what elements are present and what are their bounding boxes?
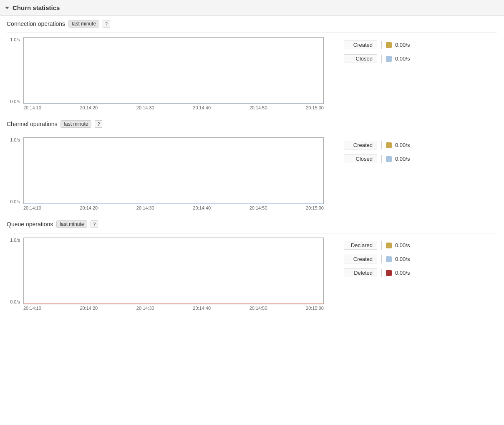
chart-wrapper-channel: 1.0/s0.0/s20:14:1020:14:2020:14:3020:14:… bbox=[7, 137, 324, 210]
x-label: 20:15:00 bbox=[306, 105, 324, 110]
x-label: 20:14:40 bbox=[193, 306, 211, 311]
help-button-queue[interactable]: ? bbox=[91, 220, 98, 228]
chart-container-connection: 20:14:1020:14:2020:14:3020:14:4020:14:50… bbox=[23, 37, 324, 110]
badge-channel[interactable]: last minute bbox=[60, 120, 91, 128]
color-swatch-connection-1 bbox=[386, 56, 392, 62]
chart-container-channel: 20:14:1020:14:2020:14:3020:14:4020:14:50… bbox=[23, 137, 324, 210]
section-title-queue: Queue operations bbox=[7, 221, 53, 228]
content-area: Connection operationslast minute?1.0/s0.… bbox=[0, 16, 504, 327]
chart-wrapper-connection: 1.0/s0.0/s20:14:1020:14:2020:14:3020:14:… bbox=[7, 37, 324, 110]
badge-queue[interactable]: last minute bbox=[56, 220, 87, 228]
legend-divider-queue-0 bbox=[381, 241, 382, 250]
legend-divider-channel-1 bbox=[381, 155, 382, 163]
x-label: 20:14:20 bbox=[80, 205, 98, 210]
legend-label-channel-0[interactable]: Created bbox=[344, 141, 377, 149]
legend-channel: Created0.00/sClosed0.00/s bbox=[344, 137, 416, 163]
legend-item-queue-0: Declared0.00/s bbox=[344, 241, 416, 250]
chart-wrapper-queue: 1.0/s0.0/s20:14:1020:14:2020:14:3020:14:… bbox=[7, 238, 324, 311]
y-bottom-label-channel: 0.0/s bbox=[7, 199, 20, 204]
chart-area-channel: 1.0/s0.0/s20:14:1020:14:2020:14:3020:14:… bbox=[7, 137, 497, 210]
x-label: 20:14:30 bbox=[136, 105, 154, 110]
legend-divider-queue-2 bbox=[381, 269, 382, 277]
x-label: 20:14:10 bbox=[23, 306, 41, 311]
x-label: 20:14:40 bbox=[193, 105, 211, 110]
legend-divider-connection-0 bbox=[381, 41, 382, 49]
legend-label-connection-0[interactable]: Created bbox=[344, 40, 377, 49]
x-label: 20:14:20 bbox=[80, 105, 98, 110]
x-label: 20:15:00 bbox=[306, 205, 324, 210]
x-axis-connection: 20:14:1020:14:2020:14:3020:14:4020:14:50… bbox=[23, 104, 324, 110]
legend-item-connection-0: Created0.00/s bbox=[344, 40, 416, 49]
divider-queue bbox=[7, 233, 497, 233]
legend-label-queue-1[interactable]: Created bbox=[344, 255, 377, 263]
chevron-down-icon[interactable] bbox=[5, 7, 9, 9]
help-button-channel[interactable]: ? bbox=[95, 120, 102, 128]
legend-value-channel-0: 0.00/s bbox=[395, 142, 416, 148]
x-axis-queue: 20:14:1020:14:2020:14:3020:14:4020:14:50… bbox=[23, 304, 324, 311]
section-header-channel: Channel operationslast minute? bbox=[7, 120, 497, 129]
chart-area-queue: 1.0/s0.0/s20:14:1020:14:2020:14:3020:14:… bbox=[7, 238, 497, 311]
section-connection: Connection operationslast minute?1.0/s0.… bbox=[7, 20, 497, 110]
color-swatch-queue-0 bbox=[386, 243, 392, 248]
legend-item-queue-1: Created0.00/s bbox=[344, 255, 416, 263]
divider-channel bbox=[7, 133, 497, 133]
color-swatch-queue-2 bbox=[386, 270, 392, 276]
x-label: 20:14:50 bbox=[249, 205, 267, 210]
x-label: 20:14:20 bbox=[80, 306, 98, 311]
legend-label-connection-1[interactable]: Closed bbox=[344, 54, 377, 63]
y-bottom-label-connection: 0.0/s bbox=[7, 99, 20, 104]
legend-item-channel-0: Created0.00/s bbox=[344, 141, 416, 149]
legend-divider-queue-1 bbox=[381, 255, 382, 263]
y-axis-channel: 1.0/s0.0/s bbox=[7, 137, 22, 204]
x-label: 20:14:50 bbox=[249, 306, 267, 311]
legend-connection: Created0.00/sClosed0.00/s bbox=[344, 37, 416, 63]
churn-statistics-header: Churn statistics bbox=[0, 0, 504, 16]
x-label: 20:14:30 bbox=[136, 306, 154, 311]
page-title: Churn statistics bbox=[13, 4, 60, 11]
divider-connection bbox=[7, 33, 497, 33]
color-swatch-queue-1 bbox=[386, 256, 392, 262]
chart-svg-queue bbox=[24, 238, 324, 304]
chart-box-connection bbox=[23, 37, 324, 104]
y-bottom-label-queue: 0.0/s bbox=[7, 299, 20, 304]
help-button-connection[interactable]: ? bbox=[103, 20, 110, 28]
color-swatch-connection-0 bbox=[386, 42, 392, 48]
section-channel: Channel operationslast minute?1.0/s0.0/s… bbox=[7, 120, 497, 210]
legend-divider-channel-0 bbox=[381, 141, 382, 149]
x-label: 20:14:10 bbox=[23, 205, 41, 210]
section-title-connection: Connection operations bbox=[7, 20, 65, 27]
chart-container-queue: 20:14:1020:14:2020:14:3020:14:4020:14:50… bbox=[23, 238, 324, 311]
x-label: 20:14:40 bbox=[193, 205, 211, 210]
chart-svg-channel bbox=[24, 138, 324, 204]
x-axis-channel: 20:14:1020:14:2020:14:3020:14:4020:14:50… bbox=[23, 204, 324, 210]
badge-connection[interactable]: last minute bbox=[68, 20, 99, 28]
legend-value-channel-1: 0.00/s bbox=[395, 156, 416, 162]
legend-queue: Declared0.00/sCreated0.00/sDeleted0.00/s bbox=[344, 238, 416, 277]
legend-label-channel-1[interactable]: Closed bbox=[344, 154, 377, 163]
y-axis-queue: 1.0/s0.0/s bbox=[7, 238, 22, 304]
chart-box-queue bbox=[23, 238, 324, 304]
legend-item-channel-1: Closed0.00/s bbox=[344, 154, 416, 163]
x-label: 20:14:30 bbox=[136, 205, 154, 210]
section-title-channel: Channel operations bbox=[7, 121, 57, 127]
y-axis-connection: 1.0/s0.0/s bbox=[7, 37, 22, 104]
legend-value-connection-0: 0.00/s bbox=[395, 42, 416, 48]
legend-value-queue-0: 0.00/s bbox=[395, 242, 416, 248]
legend-label-queue-0[interactable]: Declared bbox=[344, 241, 377, 250]
legend-value-queue-1: 0.00/s bbox=[395, 256, 416, 262]
x-label: 20:15:00 bbox=[306, 306, 324, 311]
legend-label-queue-2[interactable]: Deleted bbox=[344, 268, 377, 277]
legend-item-connection-1: Closed0.00/s bbox=[344, 54, 416, 63]
legend-divider-connection-1 bbox=[381, 55, 382, 63]
color-swatch-channel-1 bbox=[386, 156, 392, 162]
chart-box-channel bbox=[23, 137, 324, 204]
legend-value-connection-1: 0.00/s bbox=[395, 56, 416, 62]
section-header-queue: Queue operationslast minute? bbox=[7, 220, 497, 230]
x-label: 20:14:50 bbox=[249, 105, 267, 110]
y-top-label-queue: 1.0/s bbox=[7, 238, 20, 243]
chart-area-connection: 1.0/s0.0/s20:14:1020:14:2020:14:3020:14:… bbox=[7, 37, 497, 110]
legend-value-queue-2: 0.00/s bbox=[395, 270, 416, 276]
section-header-connection: Connection operationslast minute? bbox=[7, 20, 497, 29]
y-top-label-connection: 1.0/s bbox=[7, 37, 20, 42]
x-label: 20:14:10 bbox=[23, 105, 41, 110]
